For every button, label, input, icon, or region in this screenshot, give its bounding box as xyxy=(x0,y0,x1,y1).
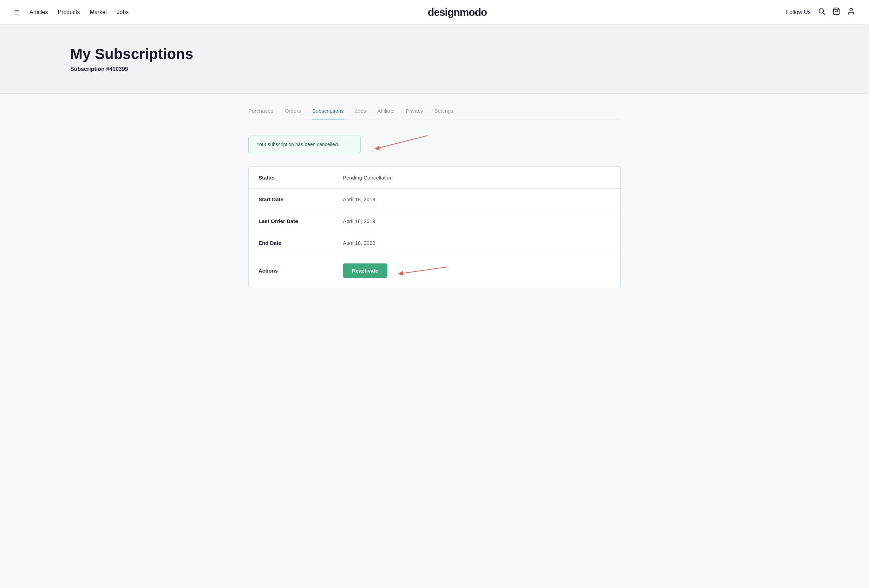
tab-affiliate[interactable]: Affiliate xyxy=(377,108,394,119)
tab-settings[interactable]: Settings xyxy=(434,108,453,119)
table-row: Start Date April 18, 2019 xyxy=(249,189,620,210)
cart-icon[interactable] xyxy=(832,7,840,17)
reactivate-annotation-arrow xyxy=(391,262,454,279)
tab-privacy[interactable]: Privacy xyxy=(406,108,423,119)
tab-jobs[interactable]: Jobs xyxy=(355,108,366,119)
site-header: ☰ Articles Products Market Jobs designmo… xyxy=(0,0,869,25)
svg-line-4 xyxy=(375,136,427,149)
nav-jobs[interactable]: Jobs xyxy=(117,9,129,15)
hero-section: My Subscriptions Subscription #410399 xyxy=(0,25,869,94)
search-icon[interactable] xyxy=(818,7,826,17)
nav-products[interactable]: Products xyxy=(58,9,80,15)
end-date-value: April 18, 2020 xyxy=(343,240,611,246)
svg-marker-7 xyxy=(398,271,403,276)
notification-text: Your subscription has been cancelled. xyxy=(257,142,339,147)
svg-point-3 xyxy=(850,8,852,10)
actions-label: Actions xyxy=(258,268,343,274)
table-row: Status Pending Cancellation xyxy=(249,167,620,189)
subscription-table: Status Pending Cancellation Start Date A… xyxy=(248,166,621,287)
page-title: My Subscriptions xyxy=(70,46,855,62)
annotation-arrow xyxy=(364,132,434,157)
svg-marker-5 xyxy=(375,145,380,150)
nav-articles[interactable]: Articles xyxy=(30,9,48,15)
status-value: Pending Cancellation xyxy=(343,175,611,181)
subscription-id: Subscription #410399 xyxy=(70,66,855,73)
tabs-bar: Purchased Orders Subscriptions Jobs Affi… xyxy=(248,108,621,119)
header-left: ☰ Articles Products Market Jobs xyxy=(14,9,129,16)
end-date-label: End Date xyxy=(258,240,343,246)
header-right: Follow Us xyxy=(786,7,855,17)
user-icon[interactable] xyxy=(847,7,855,17)
start-date-label: Start Date xyxy=(258,196,343,202)
site-logo[interactable]: designmodo xyxy=(129,6,786,18)
last-order-date-label: Last Order Date xyxy=(258,218,343,224)
table-row: End Date April 18, 2020 xyxy=(249,232,620,254)
tab-orders[interactable]: Orders xyxy=(285,108,301,119)
reactivate-button[interactable]: Reactivate xyxy=(343,264,387,278)
svg-line-1 xyxy=(823,13,825,15)
actions-value: Reactivate xyxy=(343,262,611,279)
start-date-value: April 18, 2019 xyxy=(343,196,611,202)
tab-subscriptions[interactable]: Subscriptions xyxy=(312,108,344,119)
status-label: Status xyxy=(258,175,343,181)
table-row-actions: Actions Reactivate xyxy=(249,254,620,287)
nav-market[interactable]: Market xyxy=(90,9,107,15)
hamburger-icon[interactable]: ☰ xyxy=(14,9,20,16)
svg-line-6 xyxy=(398,267,447,274)
tab-purchased[interactable]: Purchased xyxy=(248,108,274,119)
cancellation-notice: Your subscription has been cancelled. xyxy=(248,136,361,153)
table-row: Last Order Date April 18, 2019 xyxy=(249,210,620,232)
main-content: Purchased Orders Subscriptions Jobs Affi… xyxy=(241,94,628,301)
follow-us-link[interactable]: Follow Us xyxy=(786,9,811,15)
last-order-date-value: April 18, 2019 xyxy=(343,218,611,224)
